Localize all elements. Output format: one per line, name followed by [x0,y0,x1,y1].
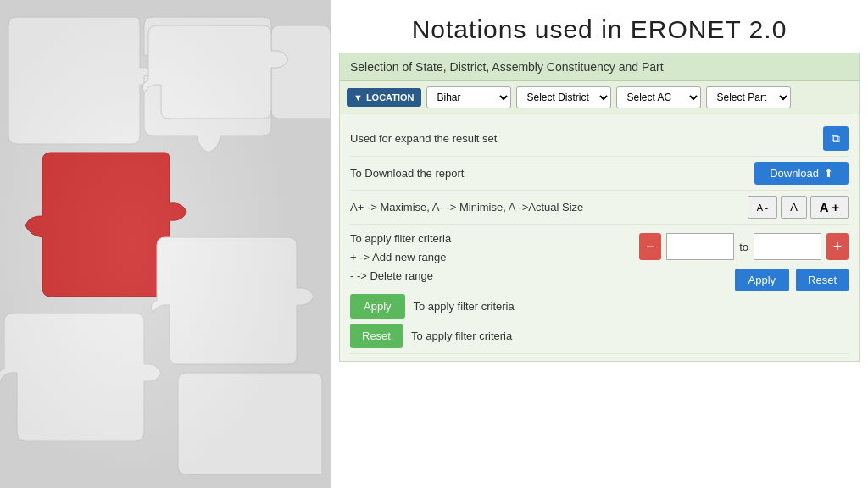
expand-button[interactable]: ⧉ [823,126,849,151]
range-to-label: to [739,241,748,253]
font-size-label: A+ -> Maximise, A- -> Minimise, A ->Actu… [350,201,737,214]
download-button[interactable]: Download ⬆ [754,162,849,185]
location-badge-label: LOCATION [366,92,415,103]
download-row: To Download the report Download ⬆ [350,157,849,191]
expand-row: Used for expand the result set ⧉ [350,121,849,157]
font-buttons: A - A A + [748,196,849,219]
expand-label: Used for expand the result set [350,132,813,145]
apply-text-2: To apply filter criteria [411,330,628,342]
apply-text-1: To apply filter criteria [414,300,628,313]
filter-line2: + -> Add new range [350,248,628,267]
right-panel: Notations used in ERONET 2.0 Selection o… [331,0,868,488]
font-size-row: A+ -> Maximise, A- -> Minimise, A ->Actu… [350,191,849,225]
download-icon: ⬆ [824,167,833,180]
location-row: ▼ LOCATION Bihar Select District Select … [340,81,859,114]
range-section: − to + [639,230,849,263]
funnel-icon: ▼ [353,92,363,103]
filter-right-col: − to + Apply Reset [628,230,849,291]
apply-button-right[interactable]: Apply [735,269,790,291]
svg-rect-1 [0,0,331,488]
ac-select[interactable]: Select AC [616,86,701,108]
range-from-input[interactable] [666,233,734,260]
apply-reset-right: Apply Reset [735,269,849,291]
range-minus-button[interactable]: − [639,233,661,260]
expand-icon: ⧉ [832,131,840,145]
font-increase-button[interactable]: A + [810,196,849,219]
left-panel [0,0,331,488]
filter-row: To apply filter criteria + -> Add new ra… [350,225,849,354]
font-decrease-button[interactable]: A - [748,196,777,219]
page-title: Notations used in ERONET 2.0 [331,0,868,53]
location-badge: ▼ LOCATION [347,88,421,107]
content-box: Selection of State, District, Assembly C… [339,53,860,362]
apply-label-row-1: Apply To apply filter criteria [350,294,628,319]
reset-button-right[interactable]: Reset [796,269,849,291]
filter-left-col: To apply filter criteria + -> Add new ra… [350,230,628,348]
filter-line1: To apply filter criteria [350,230,628,248]
download-button-label: Download [770,167,819,180]
range-plus-button[interactable]: + [826,233,849,260]
info-rows: Used for expand the result set ⧉ To Down… [340,114,859,361]
section-header: Selection of State, District, Assembly C… [340,53,859,81]
filter-description: To apply filter criteria + -> Add new ra… [350,230,628,286]
download-label: To Download the report [350,167,744,180]
district-select[interactable]: Select District [516,86,611,108]
filter-line3: - -> Delete range [350,267,628,286]
part-select[interactable]: Select Part [706,86,791,108]
font-actual-button[interactable]: A [781,196,807,219]
apply-button-left[interactable]: Apply [350,294,405,319]
reset-button-left[interactable]: Reset [350,324,403,348]
state-select[interactable]: Bihar [426,86,511,108]
range-to-input[interactable] [754,233,821,260]
apply-reset-left: Apply To apply filter criteria Reset To … [350,294,628,348]
reset-label-row: Reset To apply filter criteria [350,324,628,348]
